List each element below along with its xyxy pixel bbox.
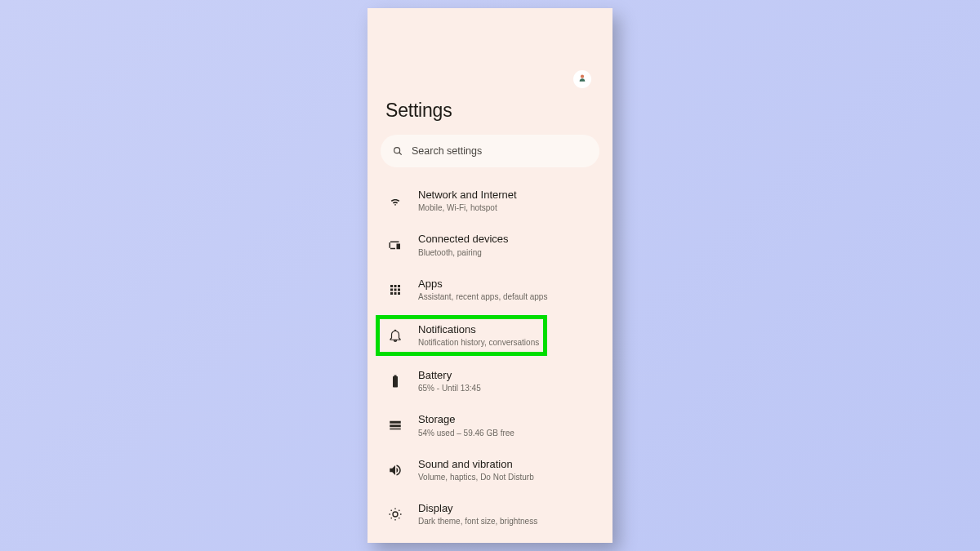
item-title: Notifications <box>418 323 539 336</box>
item-title: Network and Internet <box>418 189 517 202</box>
svg-point-0 <box>581 75 584 78</box>
item-subtitle: Dark theme, font size, brightness <box>418 517 537 527</box>
item-title: Display <box>418 502 537 515</box>
svg-rect-4 <box>394 285 397 287</box>
svg-point-15 <box>393 512 398 517</box>
item-subtitle: Assistant, recent apps, default apps <box>418 292 547 302</box>
svg-rect-3 <box>390 285 393 287</box>
battery-icon <box>387 373 403 389</box>
settings-item-connected-devices[interactable]: Connected devicesBluetooth, pairing <box>368 223 612 267</box>
item-subtitle: Volume, haptics, Do Not Disturb <box>418 473 534 482</box>
settings-list: Network and InternetMobile, Wi-Fi, hotsp… <box>368 167 612 536</box>
item-subtitle: 54% used – 59.46 GB free <box>418 429 514 438</box>
svg-rect-12 <box>390 421 401 424</box>
sound-icon <box>387 462 403 478</box>
storage-icon <box>387 417 403 433</box>
settings-screen: Settings Search settings Network and Int… <box>368 8 612 543</box>
svg-rect-8 <box>398 288 400 291</box>
search-placeholder: Search settings <box>412 145 482 157</box>
settings-item-battery[interactable]: Battery65% - Until 13:45 <box>368 359 612 403</box>
settings-item-storage[interactable]: Storage54% used – 59.46 GB free <box>368 403 612 447</box>
svg-rect-13 <box>390 425 401 428</box>
item-title: Sound and vibration <box>418 458 534 471</box>
svg-rect-9 <box>390 292 393 295</box>
settings-item-notifications[interactable]: NotificationsNotification history, conve… <box>368 315 612 356</box>
settings-item-sound[interactable]: Sound and vibrationVolume, haptics, Do N… <box>368 448 612 492</box>
page-title: Settings <box>368 56 612 122</box>
settings-item-apps[interactable]: AppsAssistant, recent apps, default apps <box>368 268 612 312</box>
svg-rect-6 <box>390 288 393 291</box>
bell-icon <box>387 327 403 344</box>
wifi-icon <box>387 193 403 209</box>
svg-point-1 <box>394 148 400 153</box>
search-icon <box>392 145 403 157</box>
svg-rect-7 <box>394 288 397 291</box>
search-settings-field[interactable]: Search settings <box>381 135 599 167</box>
profile-avatar[interactable] <box>573 70 591 88</box>
svg-rect-14 <box>390 429 401 430</box>
item-subtitle: Mobile, Wi-Fi, hotspot <box>418 203 517 213</box>
settings-item-display[interactable]: DisplayDark theme, font size, brightness <box>368 492 612 536</box>
item-subtitle: Bluetooth, pairing <box>418 248 509 258</box>
svg-rect-11 <box>398 292 400 295</box>
svg-rect-10 <box>394 292 397 295</box>
svg-line-2 <box>399 153 402 155</box>
svg-rect-5 <box>398 285 400 287</box>
item-title: Connected devices <box>418 233 509 246</box>
item-title: Battery <box>418 369 481 382</box>
devices-icon <box>387 237 403 253</box>
item-subtitle: 65% - Until 13:45 <box>418 384 481 393</box>
display-icon <box>387 506 403 522</box>
item-subtitle: Notification history, conversations <box>418 338 539 348</box>
settings-item-network[interactable]: Network and InternetMobile, Wi-Fi, hotsp… <box>368 179 612 223</box>
apps-icon <box>387 282 403 298</box>
item-title: Storage <box>418 413 514 426</box>
item-title: Apps <box>418 278 547 291</box>
